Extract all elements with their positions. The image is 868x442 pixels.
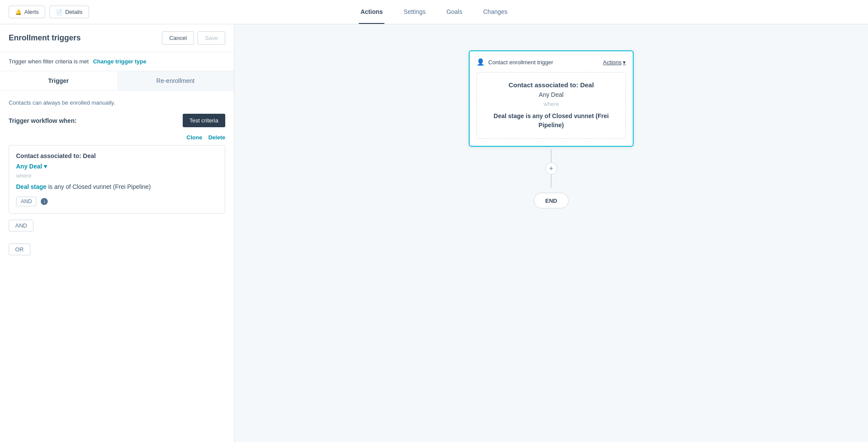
right-canvas: 👤 Contact enrollment trigger Actions ▾ C… (234, 24, 868, 442)
trigger-card-title-text: Contact enrollment trigger (488, 59, 553, 66)
layout: Enrollment triggers Cancel Save Trigger … (0, 24, 868, 442)
tab-reenrollment[interactable]: Re-enrollment (117, 71, 234, 90)
alerts-button[interactable]: 🔔 Alerts (9, 6, 45, 18)
delete-button[interactable]: Delete (208, 134, 225, 141)
top-nav-tabs: Actions Settings Goals Changes (359, 0, 510, 24)
panel-content: Contacts can always be enrolled manually… (0, 91, 234, 442)
card-deal-stage: Deal stage (493, 112, 524, 119)
connector-line-bottom (551, 175, 552, 188)
clone-button[interactable]: Clone (187, 134, 202, 141)
trigger-workflow-label: Trigger workflow when: (9, 117, 76, 124)
tab-settings[interactable]: Settings (402, 0, 427, 24)
trigger-card-title-row: 👤 Contact enrollment trigger (477, 58, 553, 66)
chevron-down-icon: ▾ (44, 163, 47, 170)
info-icon[interactable]: i (41, 198, 48, 205)
change-trigger-type-link[interactable]: Change trigger type (93, 58, 146, 65)
test-criteria-button[interactable]: Test criteria (183, 114, 225, 127)
manual-enroll-text: Contacts can always be enrolled manually… (9, 99, 225, 106)
alert-bell-icon: 🔔 (15, 9, 22, 15)
top-nav-left: 🔔 Alerts 📄 Details (9, 6, 89, 18)
end-node: END (534, 193, 569, 208)
panel-tabs: Trigger Re-enrollment (0, 71, 234, 91)
details-icon: 📄 (56, 9, 62, 15)
end-label: END (545, 198, 557, 204)
cancel-button[interactable]: Cancel (162, 31, 194, 45)
panel-header: Enrollment triggers Cancel Save (0, 24, 234, 52)
panel-title: Enrollment triggers (9, 33, 81, 43)
add-step-button[interactable]: + (545, 162, 557, 175)
connector: + (545, 149, 557, 188)
any-deal-label: Any Deal (16, 163, 42, 170)
card-body-where: where (486, 101, 617, 107)
card-body-title: Contact associated to: Deal (486, 81, 617, 89)
alerts-label: Alerts (24, 9, 39, 15)
and-badge: AND (16, 197, 36, 206)
tab-changes[interactable]: Changes (481, 0, 509, 24)
person-icon: 👤 (477, 58, 485, 66)
save-button[interactable]: Save (197, 31, 225, 45)
filter-card: Contact associated to: Deal Any Deal ▾ w… (9, 145, 225, 214)
tab-actions[interactable]: Actions (359, 0, 385, 24)
or-button[interactable]: OR (9, 244, 30, 255)
and-btn-row: AND (9, 220, 225, 237)
clone-delete-row: Clone Delete (9, 134, 225, 141)
left-panel: Enrollment triggers Cancel Save Trigger … (0, 24, 234, 442)
trigger-info-bar: Trigger when filter criteria is met Chan… (0, 52, 234, 71)
chevron-down-icon: ▾ (623, 59, 626, 66)
tab-trigger[interactable]: Trigger (0, 71, 117, 90)
and-row: AND i (16, 197, 218, 206)
card-condition-mid: is any of (526, 112, 552, 119)
trigger-card-header: 👤 Contact enrollment trigger Actions ▾ (477, 58, 626, 66)
details-button[interactable]: 📄 Details (49, 6, 89, 18)
deal-stage-link[interactable]: Deal stage (16, 183, 46, 190)
card-body-any-deal: Any Deal (486, 91, 617, 98)
top-nav: 🔔 Alerts 📄 Details Actions Settings Goal… (0, 0, 868, 24)
trigger-workflow-row: Trigger workflow when: Test criteria (9, 114, 225, 127)
trigger-card: 👤 Contact enrollment trigger Actions ▾ C… (469, 50, 634, 147)
trigger-info-text: Trigger when filter criteria is met (9, 58, 89, 65)
tab-goals[interactable]: Goals (445, 0, 464, 24)
details-label: Details (65, 9, 82, 15)
trigger-card-body: Contact associated to: Deal Any Deal whe… (477, 72, 626, 139)
condition-value: Closed vunnet (Frei Pipeline) (72, 183, 151, 190)
connector-line-top (551, 149, 552, 162)
any-deal-dropdown[interactable]: Any Deal ▾ (16, 163, 47, 170)
and-button[interactable]: AND (9, 220, 33, 231)
canvas-actions-link[interactable]: Actions ▾ (603, 59, 626, 66)
filter-card-title: Contact associated to: Deal (16, 152, 218, 159)
canvas-actions-label: Actions (603, 59, 621, 66)
card-body-condition: Deal stage is any of Closed vunnet (Frei… (486, 112, 617, 130)
where-label: where (16, 172, 218, 179)
condition-mid: is any of (48, 183, 71, 190)
filter-condition: Deal stage is any of Closed vunnet (Frei… (16, 182, 218, 191)
header-actions: Cancel Save (162, 31, 225, 45)
